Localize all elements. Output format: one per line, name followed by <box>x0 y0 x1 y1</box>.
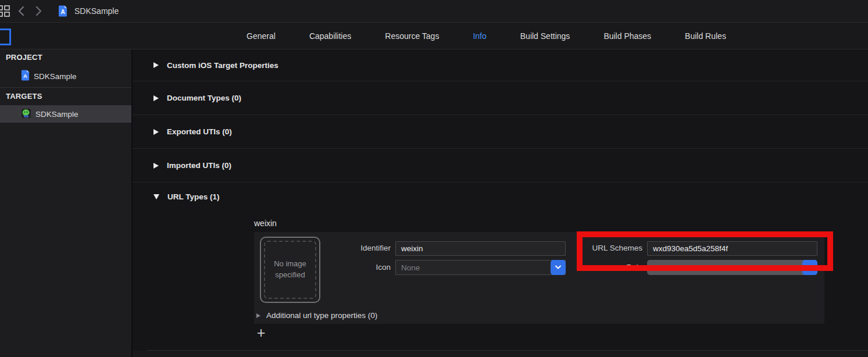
bottom-divider <box>147 350 868 351</box>
disclosure-triangle-icon[interactable] <box>153 95 159 101</box>
url-type-name: weixin <box>254 219 277 228</box>
section-imported-utis[interactable]: Imported UTIs (0) <box>133 149 868 183</box>
url-type-card: No image specified Identifier Icon None … <box>254 232 824 324</box>
project-targets-sidebar: PROJECT A SDKSample TARGETS <box>0 49 133 357</box>
section-exported-utis[interactable]: Exported UTIs (0) <box>133 115 868 149</box>
xcode-window: A SDKSample General Capabilities Resourc… <box>0 0 868 357</box>
svg-text:A: A <box>23 73 27 79</box>
additional-properties-row[interactable]: Additional url type properties (0) <box>254 307 824 324</box>
role-popup-value: Editor <box>654 263 674 272</box>
identifier-label: Identifier <box>254 244 391 252</box>
sidebar-project-icon: A <box>21 70 30 83</box>
tab-general[interactable]: General <box>247 31 276 41</box>
svg-text:A: A <box>60 9 65 15</box>
chevron-down-icon[interactable] <box>802 260 817 275</box>
add-url-type-button[interactable]: + <box>255 326 267 339</box>
tab-strip: General Capabilities Resource Tags Info … <box>105 23 868 49</box>
role-popup[interactable]: Editor <box>647 260 817 275</box>
disclosure-triangle-icon[interactable] <box>256 313 260 318</box>
project-file-icon: A <box>58 5 67 17</box>
forward-button[interactable] <box>33 5 44 17</box>
identifier-input[interactable] <box>395 241 566 256</box>
icon-combo[interactable]: None <box>395 260 566 275</box>
jump-bar-title[interactable]: SDKSample <box>74 0 119 22</box>
wechat-app-icon <box>21 108 31 120</box>
disclosure-triangle-icon[interactable] <box>153 129 159 135</box>
section-document-types[interactable]: Document Types (0) <box>133 81 868 115</box>
tab-build-settings[interactable]: Build Settings <box>520 31 570 41</box>
tab-build-rules[interactable]: Build Rules <box>685 31 726 41</box>
disclosure-triangle-icon[interactable] <box>153 62 159 68</box>
editor-focus-square <box>0 28 11 45</box>
info-sections: Custom iOS Target Properties Document Ty… <box>133 49 868 210</box>
tab-resource-tags[interactable]: Resource Tags <box>385 31 439 41</box>
icon-combo-value: None <box>401 263 420 272</box>
sidebar-project-label: SDKSample <box>34 72 77 81</box>
disclosure-triangle-icon[interactable] <box>153 194 159 199</box>
related-items-icon[interactable] <box>0 5 11 17</box>
section-url-types[interactable]: URL Types (1) <box>133 183 868 210</box>
url-schemes-label: URL Schemes <box>568 244 642 252</box>
sidebar-item-project-sdksample[interactable]: A SDKSample <box>0 67 131 85</box>
additional-properties-label: Additional url type properties (0) <box>266 311 377 320</box>
chevron-down-icon[interactable] <box>551 260 566 275</box>
tab-capabilities[interactable]: Capabilities <box>309 31 351 41</box>
url-schemes-input[interactable] <box>647 241 817 256</box>
icon-label: Icon <box>254 263 391 272</box>
section-custom-ios-target-properties[interactable]: Custom iOS Target Properties <box>133 49 868 81</box>
role-label: Role <box>568 263 642 272</box>
sidebar-divider <box>0 87 131 88</box>
disclosure-triangle-icon[interactable] <box>153 163 159 169</box>
sidebar-target-label: SDKSample <box>35 110 78 119</box>
project-section-header: PROJECT <box>6 53 42 62</box>
info-editor: Custom iOS Target Properties Document Ty… <box>133 49 868 357</box>
tab-info[interactable]: Info <box>473 31 486 41</box>
jump-bar: A SDKSample <box>0 0 868 23</box>
targets-section-header: TARGETS <box>6 92 42 101</box>
footer-strip <box>133 351 868 357</box>
sidebar-item-target-sdksample[interactable]: SDKSample <box>0 105 131 123</box>
back-button[interactable] <box>16 5 26 17</box>
tab-build-phases[interactable]: Build Phases <box>603 31 651 41</box>
target-tab-bar: General Capabilities Resource Tags Info … <box>0 23 868 49</box>
